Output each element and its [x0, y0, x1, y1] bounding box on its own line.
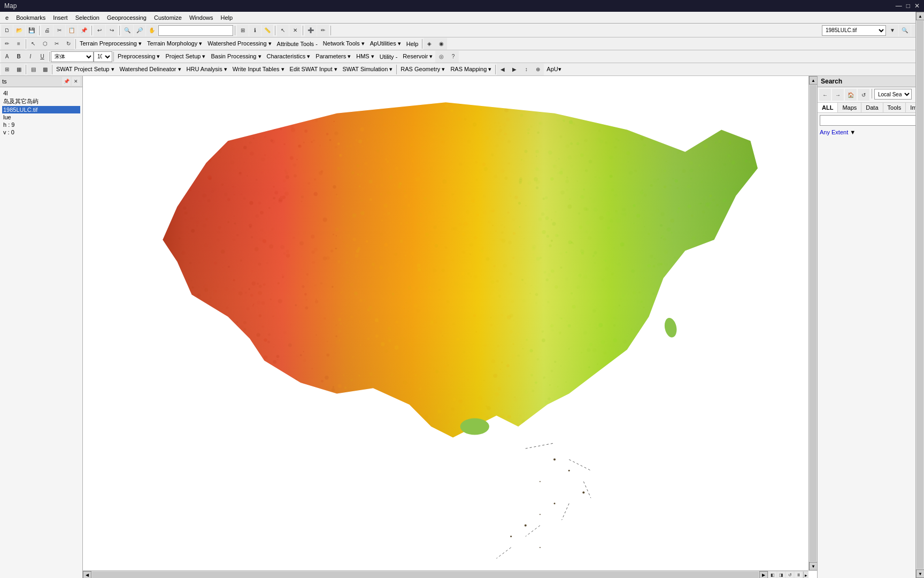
right-scroll-up[interactable]: ▲ [916, 12, 924, 20]
tb-reshape[interactable]: ⬡ [39, 38, 51, 50]
utility-menu[interactable]: Utility - [377, 52, 401, 61]
tb-edit-tool[interactable]: ↖ [27, 38, 39, 50]
tb-extra2[interactable]: ◉ [435, 38, 447, 50]
search-input[interactable] [820, 115, 922, 126]
tb-save[interactable]: 💾 [26, 25, 37, 36]
terrain-morphology-menu[interactable]: Terrain Morphology ▾ [144, 39, 205, 48]
menu-item-selection[interactable]: Selection [72, 13, 103, 22]
tb-identify[interactable]: ℹ [249, 25, 261, 36]
preprocessing-menu[interactable]: Preprocessing ▾ [115, 52, 163, 61]
search-home[interactable]: 🏠 [845, 89, 857, 101]
close-button[interactable]: ✕ [914, 2, 920, 10]
attribute-tools-menu[interactable]: Attribute Tools - [274, 40, 320, 48]
tb-res-icon[interactable]: ◎ [435, 51, 447, 63]
search-scope-dropdown[interactable]: Local Sea... [874, 89, 912, 100]
panel-item-lulc[interactable]: 1985LULC.tif [2, 106, 80, 113]
panel-pin[interactable]: 📌 [62, 77, 71, 86]
horizontal-scrollbar[interactable]: ◀ ▶ ◧ ◨ ↺ ⏸ ▸ [83, 571, 808, 578]
tb-add-data[interactable]: ➕ [305, 25, 317, 36]
watershed-processing-menu[interactable]: Watershed Processing ▾ [205, 39, 274, 48]
coordinate-input[interactable]: 1:26, 741, 865 [158, 25, 233, 36]
font-size-dropdown[interactable]: 10 [94, 51, 112, 62]
extent-arrow[interactable]: ▼ [850, 129, 856, 135]
tb-grid2[interactable]: ▦ [13, 64, 25, 75]
help-btn2[interactable]: Help [404, 40, 421, 48]
vertical-scrollbar[interactable]: ▲ ▼ [808, 76, 817, 571]
map-ctrl-sync[interactable]: ↺ [786, 572, 794, 579]
menu-item-customize[interactable]: Customize [151, 13, 185, 22]
scroll-left[interactable]: ◀ [83, 571, 91, 579]
tb-raster2[interactable]: ▩ [39, 64, 51, 75]
hru-analysis-menu[interactable]: HRU Analysis ▾ [184, 65, 230, 74]
map-ctrl-2[interactable]: ◨ [777, 572, 785, 579]
any-extent-link[interactable]: Any Extent [820, 129, 848, 135]
scroll-thumb-h[interactable] [92, 572, 759, 579]
scroll-thumb-v[interactable] [810, 85, 817, 561]
search-forward[interactable]: → [832, 89, 844, 101]
write-input-tables-menu[interactable]: Write Input Tables ▾ [230, 65, 287, 74]
swat-project-setup-menu[interactable]: SWAT Project Setup ▾ [53, 65, 117, 74]
tb-cut-poly[interactable]: ✂ [51, 38, 63, 50]
reservoir-menu[interactable]: Reservoir ▾ [400, 52, 435, 61]
tb-pan[interactable]: ✋ [146, 25, 158, 36]
tb-font-style[interactable]: A [1, 51, 13, 63]
watershed-delineator-menu[interactable]: Watershed Delineator ▾ [117, 65, 184, 74]
tb-open[interactable]: 📂 [13, 25, 25, 36]
search-refresh[interactable]: ↺ [858, 89, 869, 101]
characteristics-menu[interactable]: Characteristics ▾ [264, 52, 313, 61]
ras-geometry-menu[interactable]: RAS Geometry ▾ [398, 65, 448, 74]
menu-item-geoprocessing[interactable]: Geoprocessing [104, 13, 150, 22]
map-ctrl-stop[interactable]: ⏸ [795, 572, 802, 579]
tb-italic[interactable]: I [25, 51, 36, 63]
tb-grid1[interactable]: ⊞ [1, 64, 13, 75]
tb-undo[interactable]: ↩ [94, 25, 105, 36]
tb-cut[interactable]: ✂ [53, 25, 65, 36]
tb-new[interactable]: 🗋 [1, 25, 13, 36]
right-scroll-down[interactable]: ▼ [916, 569, 924, 578]
right-scroll-thumb[interactable] [917, 21, 923, 569]
tb-print[interactable]: 🖨 [41, 25, 53, 36]
tb-zoom-out[interactable]: 🔎 [134, 25, 145, 36]
tb-redo[interactable]: ↪ [106, 25, 118, 36]
tb-zoom-layer[interactable]: 🔍 [899, 25, 911, 36]
tb-underline[interactable]: U [36, 51, 48, 63]
tb-copy[interactable]: 📋 [66, 25, 78, 36]
right-panel-scrollbar[interactable]: ▲ ▼ [915, 12, 924, 578]
panel-close[interactable]: ✕ [72, 77, 80, 86]
terrain-preprocessing-menu[interactable]: Terrain Preprocessing ▾ [77, 39, 144, 48]
layer-dropdown[interactable]: 1985LULC.tif [822, 25, 886, 36]
font-family-dropdown[interactable]: 宋体 [51, 51, 94, 62]
tb-measure[interactable]: 📏 [261, 25, 273, 36]
network-tools-menu[interactable]: Network Tools ▾ [320, 39, 367, 48]
tb-raster1[interactable]: ▤ [27, 64, 39, 75]
map-ctrl-1[interactable]: ◧ [769, 572, 776, 579]
scroll-right[interactable]: ▶ [759, 571, 768, 579]
tb-ras1[interactable]: ◀ [497, 64, 509, 75]
tb-layer-opts[interactable]: ▼ [887, 25, 898, 36]
tb-zoom-in[interactable]: 🔍 [121, 25, 133, 36]
menu-item-insert[interactable]: Insert [50, 13, 71, 22]
basin-processing-menu[interactable]: Basin Processing ▾ [208, 52, 264, 61]
menu-item-e[interactable]: e [2, 13, 12, 22]
tb-paste[interactable]: 📌 [78, 25, 90, 36]
hms-menu[interactable]: HMS ▾ [353, 52, 377, 61]
tb-rotate[interactable]: ↻ [63, 38, 74, 50]
search-tab-data[interactable]: Data [861, 103, 883, 112]
search-tab-all[interactable]: ALL [818, 103, 838, 112]
menu-item-windows[interactable]: Windows [186, 13, 217, 22]
maximize-button[interactable]: □ [906, 2, 910, 10]
parameters-menu[interactable]: Parameters ▾ [313, 52, 353, 61]
tb-ras2[interactable]: ▶ [509, 64, 520, 75]
tb-editor2[interactable]: ✏ [1, 38, 13, 50]
swat-simulation-menu[interactable]: SWAT Simulation ▾ [340, 65, 396, 74]
tb-ras3[interactable]: ↕ [520, 64, 532, 75]
search-tab-tools[interactable]: Tools [883, 103, 906, 112]
menu-item-help[interactable]: Help [218, 13, 236, 22]
tb-clear[interactable]: ✕ [289, 25, 301, 36]
menu-item-bookmarks[interactable]: Bookmarks [13, 13, 49, 22]
aputilities-menu[interactable]: ApUtilities ▾ [367, 39, 404, 48]
tb-extra1[interactable]: ◈ [424, 38, 435, 50]
tb-zoom-extent[interactable]: ⊞ [237, 25, 249, 36]
tb-bold[interactable]: B [13, 51, 25, 63]
project-setup-menu[interactable]: Project Setup ▾ [163, 52, 208, 61]
